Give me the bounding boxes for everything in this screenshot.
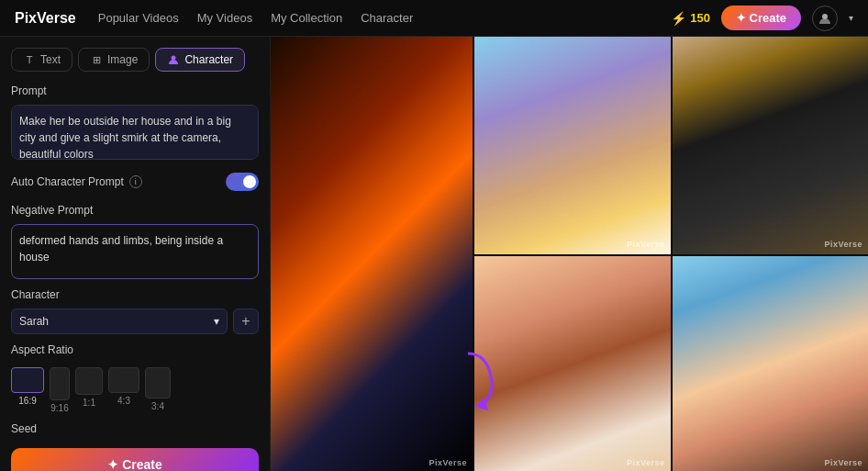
seed-section: Seed [11, 422, 259, 439]
energy-badge: ⚡ 150 [671, 11, 710, 26]
left-panel: T Text ⊞ Image Character Prompt [0, 37, 271, 471]
gallery: PixVerse PixVerse PixVerse PixVerse PixV… [271, 37, 868, 471]
negative-prompt-label: Negative Prompt [11, 204, 259, 217]
tab-text[interactable]: T Text [11, 48, 72, 72]
seed-label: Seed [11, 422, 259, 435]
character-section: Character Sarah ▾ + [11, 288, 259, 334]
negative-prompt-input[interactable] [11, 224, 259, 279]
aspect-3-4[interactable]: 3:4 [145, 367, 171, 413]
auto-character-row: Auto Character Prompt i [11, 169, 259, 195]
aspect-9-16[interactable]: 9:16 [50, 367, 70, 413]
gallery-item-man-smile[interactable]: PixVerse [673, 256, 869, 472]
pixverse-watermark-1: PixVerse [428, 458, 467, 467]
create-button[interactable]: ✦ Create [11, 448, 259, 471]
gallery-item-ironman[interactable]: PixVerse [271, 37, 473, 471]
aspect-4-3[interactable]: 4:3 [108, 367, 139, 413]
tab-character[interactable]: Character [155, 48, 245, 72]
pixverse-watermark-4: PixVerse [627, 458, 665, 467]
prompt-input[interactable] [11, 105, 259, 160]
aspect-3-4-box [145, 367, 171, 398]
svg-point-1 [172, 56, 176, 61]
lightning-icon: ⚡ [671, 11, 686, 26]
character-select[interactable]: Sarah ▾ [11, 308, 228, 334]
main-nav: Popular Videos My Videos My Collection C… [98, 11, 671, 25]
gallery-item-brunette[interactable]: PixVerse [474, 256, 671, 472]
aspect-ratio-label: Aspect Ratio [11, 343, 259, 356]
nav-popular-videos[interactable]: Popular Videos [98, 11, 179, 25]
header-create-button[interactable]: ✦ Create [721, 6, 801, 30]
gallery-item-blonde[interactable]: PixVerse [474, 37, 671, 254]
aspect-ratio-section: Aspect Ratio 16:9 9:16 1:1 4:3 [11, 343, 259, 413]
chevron-down-icon: ▾ [214, 315, 219, 328]
character-tab-icon [167, 53, 180, 66]
character-row: Sarah ▾ + [11, 308, 259, 334]
pixverse-watermark-5: PixVerse [824, 458, 862, 467]
nav-character[interactable]: Character [361, 11, 413, 25]
auto-character-label: Auto Character Prompt i [11, 175, 142, 188]
auto-character-toggle[interactable] [226, 173, 259, 191]
aspect-1-1[interactable]: 1:1 [75, 367, 103, 413]
aspect-1-1-box [75, 367, 103, 395]
character-label: Character [11, 288, 259, 301]
energy-count: 150 [690, 11, 710, 25]
aspect-16-9-box [11, 367, 44, 393]
main-content: T Text ⊞ Image Character Prompt [0, 37, 868, 471]
pixverse-watermark-2: PixVerse [627, 240, 665, 249]
header: PixVerse Popular Videos My Videos My Col… [0, 0, 868, 37]
prompt-label: Prompt [11, 84, 259, 97]
negative-prompt-section: Negative Prompt [11, 204, 259, 279]
user-menu-chevron[interactable]: ▾ [849, 13, 853, 23]
text-tab-icon: T [23, 53, 36, 66]
image-tab-icon: ⊞ [90, 53, 103, 66]
logo: PixVerse [15, 10, 76, 27]
prompt-section: Prompt [11, 84, 259, 160]
tab-row: T Text ⊞ Image Character [11, 48, 259, 72]
aspect-16-9[interactable]: 16:9 [11, 367, 44, 413]
info-icon[interactable]: i [129, 175, 142, 188]
tab-image[interactable]: ⊞ Image [78, 48, 150, 72]
nav-my-videos[interactable]: My Videos [197, 11, 252, 25]
add-character-button[interactable]: + [233, 308, 259, 334]
aspect-4-3-box [108, 367, 139, 393]
nav-my-collection[interactable]: My Collection [271, 11, 342, 25]
aspect-9-16-box [50, 367, 70, 400]
user-avatar[interactable] [812, 6, 838, 31]
aspect-ratio-options: 16:9 9:16 1:1 4:3 3:4 [11, 367, 259, 413]
pixverse-watermark-3: PixVerse [824, 240, 862, 249]
header-right: ⚡ 150 ✦ Create ▾ [671, 6, 853, 31]
gallery-item-hijab[interactable]: PixVerse [673, 37, 869, 254]
